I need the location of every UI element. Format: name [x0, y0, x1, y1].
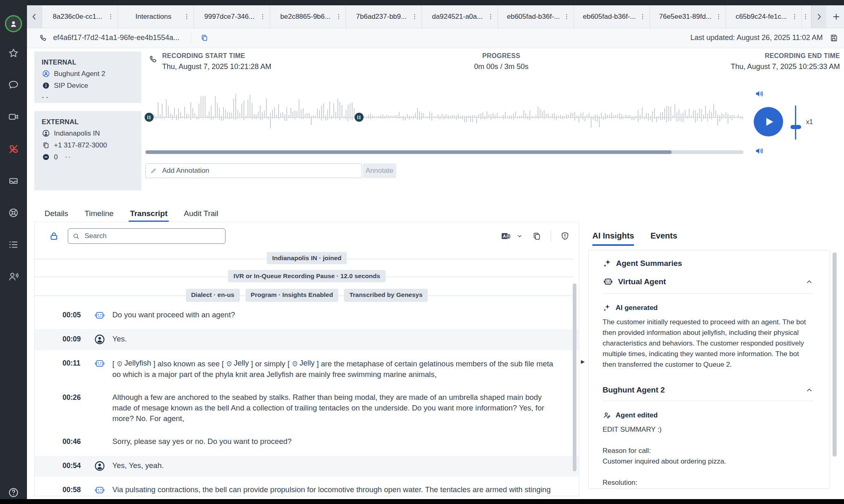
waveform-marker-end[interactable]: [355, 113, 364, 122]
chevron-up-icon[interactable]: [805, 278, 813, 286]
playback-scrubber[interactable]: [145, 150, 744, 154]
support-wheel-icon[interactable]: [8, 207, 19, 219]
message-text: [ Jellyfish ] also known as see [ Jelly …: [112, 358, 554, 380]
interaction-tab-8[interactable]: 76e5ee31-89fd...: [650, 5, 726, 28]
waveform-bar: [219, 108, 220, 120]
topic-chip[interactable]: Jelly: [292, 358, 315, 368]
annotation-input[interactable]: [161, 166, 357, 175]
insights-section-header[interactable]: Virtual Agent: [603, 270, 813, 294]
message-timestamp[interactable]: 00:05: [63, 310, 82, 320]
message-timestamp[interactable]: 00:54: [63, 460, 82, 471]
waveform-bar: [374, 116, 375, 118]
interaction-tab-3[interactable]: be2c8865-9b6...: [270, 5, 346, 28]
waveform-bar: [223, 107, 224, 120]
interaction-tab-7[interactable]: eb605fad-b36f-...: [574, 5, 650, 28]
waveform-bar: [728, 114, 728, 124]
chat-icon[interactable]: [8, 79, 19, 91]
kebab-icon[interactable]: [487, 13, 494, 20]
annotate-button[interactable]: Annotate: [363, 163, 396, 178]
interaction-tab-1[interactable]: Interactions: [118, 5, 194, 28]
recording-start-label: RECORDING START TIME: [162, 52, 271, 60]
chevron-down-icon[interactable]: [516, 233, 523, 239]
playback-speed-slider[interactable]: [795, 105, 796, 140]
kebab-icon[interactable]: [259, 13, 266, 20]
topic-chip[interactable]: Jellyfish: [116, 358, 151, 368]
kebab-icon[interactable]: [639, 13, 646, 20]
inbox-icon[interactable]: [8, 175, 19, 187]
kebab-icon[interactable]: [411, 13, 418, 20]
tab-partial[interactable]: [802, 5, 811, 28]
waveform-bar: [164, 116, 165, 118]
person-audio-icon[interactable]: [8, 271, 19, 282]
playback-speed-handle[interactable]: [790, 125, 801, 129]
waveform-marker-start[interactable]: [145, 113, 154, 122]
waveform-bar: [335, 112, 336, 119]
list-icon[interactable]: [8, 239, 19, 250]
waveform-bar: [507, 116, 508, 118]
transcript-scrollbar[interactable]: [573, 283, 576, 471]
waveform-bar: [609, 115, 610, 118]
waveform-bar: [738, 114, 739, 118]
waveform-bar: [380, 115, 381, 118]
tab-timeline[interactable]: Timeline: [83, 205, 115, 222]
interaction-tab-6[interactable]: eb605fad-b36f-...: [498, 5, 574, 28]
message-timestamp[interactable]: 00:46: [63, 436, 82, 447]
kebab-icon[interactable]: [715, 13, 722, 20]
message-timestamp[interactable]: 00:09: [63, 334, 82, 344]
topic-chip[interactable]: Jelly: [226, 358, 249, 368]
star-icon[interactable]: [8, 47, 19, 59]
transcript-search-input[interactable]: [84, 232, 221, 241]
kebab-icon[interactable]: [107, 13, 114, 20]
waveform-bar: [160, 114, 161, 118]
message-timestamp[interactable]: 00:26: [63, 392, 82, 403]
waveform-bar: [527, 116, 528, 119]
message-timestamp[interactable]: 00:58: [63, 484, 82, 495]
insights-collapse-arrow[interactable]: ▸: [581, 356, 587, 367]
waveform-bar: [350, 103, 351, 119]
play-button[interactable]: [754, 107, 783, 136]
insights-tab-ai-insights[interactable]: AI Insights: [592, 231, 634, 246]
waveform-bar: [705, 106, 706, 119]
speaker-volume-top-icon[interactable]: [754, 88, 765, 99]
waveform-bar: [266, 98, 267, 118]
kebab-icon[interactable]: [563, 13, 570, 20]
waveform-bar: [203, 96, 203, 118]
interaction-tab-5[interactable]: da924521-a0a...: [422, 5, 498, 28]
waveform-bar: [286, 107, 287, 120]
copy-transcript-icon[interactable]: [532, 231, 542, 241]
speaker-volume-bottom-icon[interactable]: [754, 145, 765, 156]
phone-hangup-icon[interactable]: [8, 143, 19, 155]
tab-details[interactable]: Details: [43, 205, 69, 222]
save-icon[interactable]: [829, 33, 838, 42]
insights-scrollbar[interactable]: [833, 252, 837, 457]
video-icon[interactable]: [8, 111, 19, 123]
translate-icon[interactable]: [498, 231, 513, 241]
help-button[interactable]: [8, 487, 19, 498]
interaction-tab-0[interactable]: 8a236c0e-cc1...: [42, 5, 118, 28]
user-avatar[interactable]: [5, 15, 22, 32]
interaction-tab-9[interactable]: c65b9c24-fe1c...: [726, 5, 802, 28]
participant-row-menu[interactable]: ··: [65, 153, 71, 161]
interaction-tab-4[interactable]: 7b6ad237-bb9...: [346, 5, 422, 28]
tab-audit-trail[interactable]: Audit Trail: [183, 205, 219, 222]
audio-waveform[interactable]: [145, 91, 744, 145]
shield-icon[interactable]: [560, 231, 570, 241]
tab-transcript[interactable]: Transcript: [129, 205, 169, 222]
kebab-icon[interactable]: [183, 13, 190, 20]
playback-speed-label[interactable]: x1: [806, 118, 813, 126]
interaction-tab-2[interactable]: 9997dce7-346...: [194, 5, 270, 28]
recording-end-block: RECORDING END TIME Thu, August 7, 2025 1…: [731, 52, 840, 71]
insights-tab-events[interactable]: Events: [650, 231, 677, 246]
new-tab-button[interactable]: [826, 5, 844, 28]
chevron-up-icon[interactable]: [805, 386, 813, 394]
tabs-scroll-left-button[interactable]: [27, 5, 42, 28]
kebab-icon[interactable]: [335, 13, 342, 20]
waveform-bar: [288, 115, 289, 118]
tabs-scroll-right-button[interactable]: [811, 5, 826, 28]
waveform-bar: [194, 113, 195, 118]
message-timestamp[interactable]: 00:11: [63, 358, 82, 368]
kebab-icon[interactable]: [791, 13, 798, 20]
insights-section-header[interactable]: Bughunt Agent 2: [603, 379, 813, 401]
copy-id-button[interactable]: [200, 33, 209, 42]
waveform-bar: [211, 106, 212, 120]
